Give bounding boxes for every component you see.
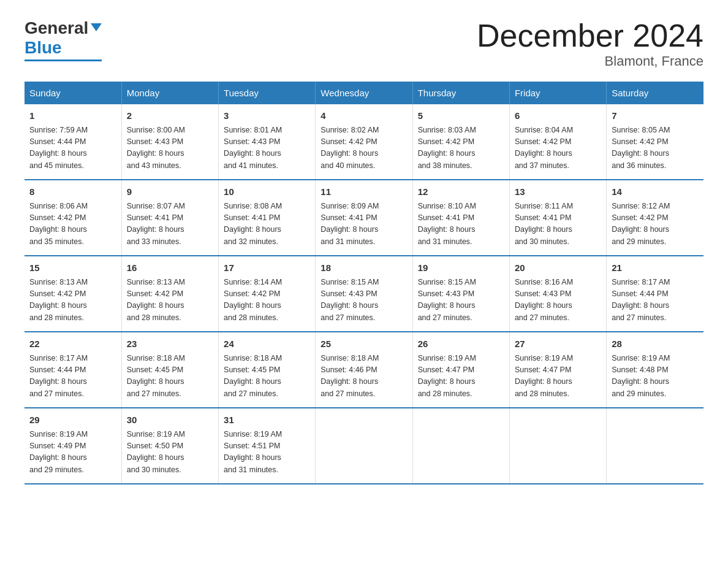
calendar-cell: 15Sunrise: 8:13 AMSunset: 4:42 PMDayligh… [25,256,121,332]
logo-underline [25,59,102,61]
calendar-cell: 3Sunrise: 8:01 AMSunset: 4:43 PMDaylight… [219,104,316,180]
day-info: Sunrise: 8:17 AMSunset: 4:44 PMDaylight:… [29,353,116,400]
calendar-cell [412,408,509,484]
calendar-cell: 4Sunrise: 8:02 AMSunset: 4:42 PMDaylight… [316,104,412,180]
weekday-header-tuesday: Tuesday [219,82,316,104]
day-number: 29 [29,413,116,427]
day-info: Sunrise: 8:19 AMSunset: 4:47 PMDaylight:… [515,353,601,400]
day-number: 15 [29,261,116,275]
day-info: Sunrise: 8:15 AMSunset: 4:43 PMDaylight:… [320,277,407,324]
day-number: 4 [320,109,407,123]
day-number: 11 [320,185,407,199]
day-number: 20 [515,261,601,275]
logo-blue: Blue [25,38,102,58]
title-area: December 2024 Blamont, France [477,18,703,69]
day-number: 14 [612,185,699,199]
day-number: 9 [127,185,213,199]
calendar-table: SundayMondayTuesdayWednesdayThursdayFrid… [25,82,703,484]
calendar-cell: 6Sunrise: 8:04 AMSunset: 4:42 PMDaylight… [509,104,606,180]
page-header: General Blue December 2024 Blamont, Fran… [25,18,703,69]
calendar-cell: 20Sunrise: 8:16 AMSunset: 4:43 PMDayligh… [509,256,606,332]
day-info: Sunrise: 8:18 AMSunset: 4:45 PMDaylight:… [224,353,310,400]
day-info: Sunrise: 8:15 AMSunset: 4:43 PMDaylight:… [418,277,504,324]
calendar-cell [509,408,606,484]
calendar-cell: 22Sunrise: 8:17 AMSunset: 4:44 PMDayligh… [25,332,121,408]
calendar-cell: 27Sunrise: 8:19 AMSunset: 4:47 PMDayligh… [509,332,606,408]
calendar-cell: 19Sunrise: 8:15 AMSunset: 4:43 PMDayligh… [412,256,509,332]
day-number: 7 [612,109,699,123]
day-info: Sunrise: 8:12 AMSunset: 4:42 PMDaylight:… [612,201,699,248]
day-info: Sunrise: 8:16 AMSunset: 4:43 PMDaylight:… [515,277,601,324]
calendar-cell: 17Sunrise: 8:14 AMSunset: 4:42 PMDayligh… [219,256,316,332]
weekday-header-thursday: Thursday [412,82,509,104]
weekday-header-row: SundayMondayTuesdayWednesdayThursdayFrid… [25,82,703,104]
day-info: Sunrise: 8:13 AMSunset: 4:42 PMDaylight:… [29,277,116,324]
calendar-cell: 21Sunrise: 8:17 AMSunset: 4:44 PMDayligh… [607,256,703,332]
day-number: 10 [224,185,310,199]
calendar-cell: 7Sunrise: 8:05 AMSunset: 4:42 PMDaylight… [607,104,703,180]
logo-general: General [25,18,102,38]
day-number: 13 [515,185,601,199]
day-info: Sunrise: 8:11 AMSunset: 4:41 PMDaylight:… [515,201,601,248]
day-number: 24 [224,337,310,351]
day-info: Sunrise: 8:06 AMSunset: 4:42 PMDaylight:… [29,201,116,248]
day-info: Sunrise: 8:00 AMSunset: 4:43 PMDaylight:… [127,124,213,172]
calendar-cell: 18Sunrise: 8:15 AMSunset: 4:43 PMDayligh… [316,256,412,332]
day-info: Sunrise: 8:08 AMSunset: 4:41 PMDaylight:… [224,201,310,248]
day-number: 8 [29,185,116,199]
weekday-header-sunday: Sunday [25,82,121,104]
day-info: Sunrise: 8:19 AMSunset: 4:50 PMDaylight:… [127,429,213,477]
calendar-cell: 31Sunrise: 8:19 AMSunset: 4:51 PMDayligh… [219,408,316,484]
day-info: Sunrise: 8:04 AMSunset: 4:42 PMDaylight:… [515,124,601,172]
day-number: 3 [224,109,310,123]
day-number: 22 [29,337,116,351]
day-info: Sunrise: 8:19 AMSunset: 4:49 PMDaylight:… [29,429,116,477]
calendar-cell [607,408,703,484]
calendar-cell: 12Sunrise: 8:10 AMSunset: 4:41 PMDayligh… [412,180,509,256]
calendar-cell: 5Sunrise: 8:03 AMSunset: 4:42 PMDaylight… [412,104,509,180]
weekday-header-friday: Friday [509,82,606,104]
calendar-cell: 14Sunrise: 8:12 AMSunset: 4:42 PMDayligh… [607,180,703,256]
day-info: Sunrise: 8:10 AMSunset: 4:41 PMDaylight:… [418,201,504,248]
day-info: Sunrise: 8:17 AMSunset: 4:44 PMDaylight:… [612,277,699,324]
weekday-header-saturday: Saturday [607,82,703,104]
calendar-cell: 2Sunrise: 8:00 AMSunset: 4:43 PMDaylight… [121,104,218,180]
calendar-week-4: 22Sunrise: 8:17 AMSunset: 4:44 PMDayligh… [25,332,703,408]
calendar-cell: 25Sunrise: 8:18 AMSunset: 4:46 PMDayligh… [316,332,412,408]
day-number: 27 [515,337,601,351]
calendar-cell: 10Sunrise: 8:08 AMSunset: 4:41 PMDayligh… [219,180,316,256]
day-info: Sunrise: 8:19 AMSunset: 4:48 PMDaylight:… [612,353,699,400]
day-number: 23 [127,337,213,351]
day-number: 16 [127,261,213,275]
calendar-week-3: 15Sunrise: 8:13 AMSunset: 4:42 PMDayligh… [25,256,703,332]
day-info: Sunrise: 8:19 AMSunset: 4:47 PMDaylight:… [418,353,504,400]
calendar-cell: 1Sunrise: 7:59 AMSunset: 4:44 PMDaylight… [25,104,121,180]
day-info: Sunrise: 8:13 AMSunset: 4:42 PMDaylight:… [127,277,213,324]
calendar-week-5: 29Sunrise: 8:19 AMSunset: 4:49 PMDayligh… [25,408,703,484]
calendar-cell: 28Sunrise: 8:19 AMSunset: 4:48 PMDayligh… [607,332,703,408]
page-title: December 2024 [477,18,703,53]
calendar-cell: 9Sunrise: 8:07 AMSunset: 4:41 PMDaylight… [121,180,218,256]
calendar-cell: 24Sunrise: 8:18 AMSunset: 4:45 PMDayligh… [219,332,316,408]
calendar-week-1: 1Sunrise: 7:59 AMSunset: 4:44 PMDaylight… [25,104,703,180]
calendar-cell: 26Sunrise: 8:19 AMSunset: 4:47 PMDayligh… [412,332,509,408]
day-info: Sunrise: 7:59 AMSunset: 4:44 PMDaylight:… [29,124,116,172]
day-number: 1 [29,109,116,123]
calendar-week-2: 8Sunrise: 8:06 AMSunset: 4:42 PMDaylight… [25,180,703,256]
day-number: 30 [127,413,213,427]
day-number: 17 [224,261,310,275]
day-number: 31 [224,413,310,427]
day-number: 28 [612,337,699,351]
day-info: Sunrise: 8:09 AMSunset: 4:41 PMDaylight:… [320,201,407,248]
day-info: Sunrise: 8:01 AMSunset: 4:43 PMDaylight:… [224,124,310,172]
calendar-cell [316,408,412,484]
day-number: 12 [418,185,504,199]
day-number: 19 [418,261,504,275]
day-number: 5 [418,109,504,123]
day-number: 21 [612,261,699,275]
calendar-cell: 23Sunrise: 8:18 AMSunset: 4:45 PMDayligh… [121,332,218,408]
day-info: Sunrise: 8:18 AMSunset: 4:46 PMDaylight:… [320,353,407,400]
weekday-header-monday: Monday [121,82,218,104]
logo: General Blue [25,18,102,61]
day-info: Sunrise: 8:03 AMSunset: 4:42 PMDaylight:… [418,124,504,172]
